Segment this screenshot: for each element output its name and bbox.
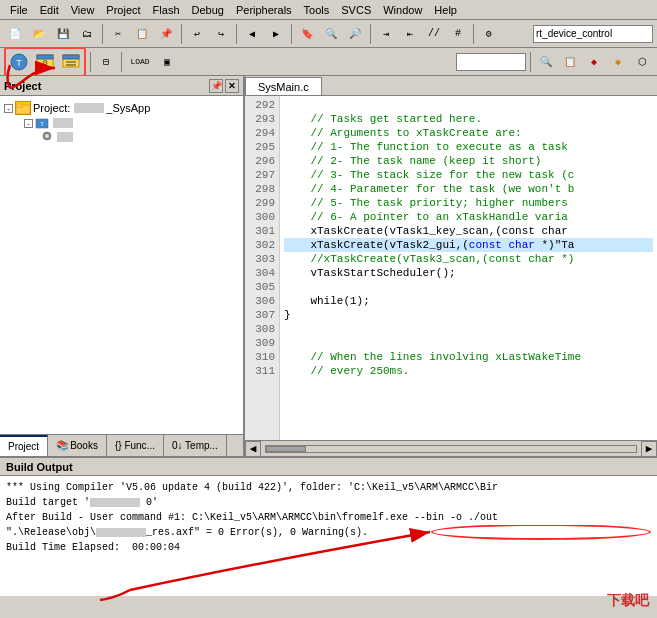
build-output-title: Build Output <box>6 461 73 473</box>
panel-pin-btn[interactable]: 📌 <box>209 79 223 93</box>
horizontal-scrollbar[interactable]: ◀ ▶ <box>245 440 657 456</box>
tree-sub-item2[interactable] <box>40 130 239 144</box>
cut-btn[interactable]: ✂ <box>107 23 129 45</box>
menu-file[interactable]: File <box>4 2 34 18</box>
code-line-307: } <box>284 308 653 322</box>
svg-rect-10 <box>16 104 22 107</box>
icon-btn-4[interactable]: ⊟ <box>95 51 117 73</box>
indent-btn[interactable]: ⇥ <box>375 23 397 45</box>
tab-func[interactable]: {} Func... <box>107 435 164 456</box>
panel-header: Project 📌 ✕ <box>0 76 243 96</box>
icon-btn-10[interactable]: ⬡ <box>631 51 653 73</box>
search-input[interactable] <box>533 25 653 43</box>
icon-btn-1[interactable]: T <box>7 50 31 74</box>
svg-text:⚙: ⚙ <box>42 59 48 66</box>
nav-fwd-btn[interactable]: ▶ <box>265 23 287 45</box>
panel-title: Project <box>4 80 41 92</box>
scroll-right-btn[interactable]: ▶ <box>641 441 657 457</box>
line-num: 303 <box>245 252 275 266</box>
build-line-1: Build target ' 0' <box>6 495 651 510</box>
build-content: *** Using Compiler 'V5.06 update 4 (buil… <box>0 476 657 598</box>
sep2 <box>181 24 182 44</box>
paste-btn[interactable]: 📌 <box>155 23 177 45</box>
copy-btn[interactable]: 📋 <box>131 23 153 45</box>
menu-edit[interactable]: Edit <box>34 2 65 18</box>
icon-btn-2[interactable]: ⚙ <box>33 50 57 74</box>
panel-close-btn[interactable]: ✕ <box>225 79 239 93</box>
redo-btn[interactable]: ↪ <box>210 23 232 45</box>
svg-text:T: T <box>16 58 22 68</box>
code-content[interactable]: 292 293 294 295 296 297 298 299 300 301 … <box>245 96 657 440</box>
icon-btn-6[interactable]: 🔍 <box>535 51 557 73</box>
save-btn[interactable]: 💾 <box>52 23 74 45</box>
svg-text:T: T <box>40 121 44 127</box>
undo-btn[interactable]: ↩ <box>186 23 208 45</box>
menu-bar: File Edit View Project Flash Debug Perip… <box>0 0 657 20</box>
comment-btn[interactable]: // <box>423 23 445 45</box>
line-num: 298 <box>245 182 275 196</box>
tree-root[interactable]: - Project: _SysApp <box>4 100 239 116</box>
sep-t2-1 <box>90 52 91 72</box>
tree-expand-root[interactable]: - <box>4 104 13 113</box>
tab-temp-label: 0↓ Temp... <box>172 440 218 451</box>
sep1 <box>102 24 103 44</box>
code-line-302: xTaskCreate(vTask2_gui,(const char *)"Ta <box>284 238 653 252</box>
menu-debug[interactable]: Debug <box>186 2 230 18</box>
scroll-track[interactable] <box>265 445 637 453</box>
new-file-btn[interactable]: 📄 <box>4 23 26 45</box>
load-btn[interactable]: LOAD <box>126 51 154 73</box>
code-text[interactable]: // Tasks get started here. // Arguments … <box>280 96 657 440</box>
icon-btn-9[interactable]: ◆ <box>607 51 629 73</box>
menu-tools[interactable]: Tools <box>298 2 336 18</box>
code-line-306: while(1); <box>284 294 653 308</box>
line-num: 311 <box>245 364 275 378</box>
tab-books[interactable]: 📚 Books <box>48 435 107 456</box>
line-num: 310 <box>245 350 275 364</box>
target-icon: T <box>35 117 49 129</box>
find-btn[interactable]: 🔍 <box>320 23 342 45</box>
bookmark-btn[interactable]: 🔖 <box>296 23 318 45</box>
code-line-310: // When the lines involving xLastWakeTim… <box>284 350 653 364</box>
build-btn[interactable]: ⚙ <box>478 23 500 45</box>
project-name: _SysApp <box>106 102 150 114</box>
line-num: 295 <box>245 140 275 154</box>
icon-btn-3[interactable] <box>59 50 83 74</box>
menu-peripherals[interactable]: Peripherals <box>230 2 298 18</box>
menu-svcs[interactable]: SVCS <box>335 2 377 18</box>
tab-project-label: Project <box>8 441 39 452</box>
editor-tab-sysmain[interactable]: SysMain.c <box>245 77 322 95</box>
main-area: Project 📌 ✕ - Project: _SysApp <box>0 76 657 456</box>
code-line-308 <box>284 322 653 336</box>
menu-project[interactable]: Project <box>100 2 146 18</box>
build-line-4: Build Time Elapsed: 00:00:04 <box>6 540 651 555</box>
tab-temp[interactable]: 0↓ Temp... <box>164 435 227 456</box>
menu-flash[interactable]: Flash <box>147 2 186 18</box>
line-num: 292 <box>245 98 275 112</box>
line-num: 304 <box>245 266 275 280</box>
menu-view[interactable]: View <box>65 2 101 18</box>
tree-sub-item[interactable]: - T <box>24 116 239 130</box>
build-line-3: ".\Release\obj\_res.axf" = 0 Error(s), 0… <box>6 525 651 540</box>
open-btn[interactable]: 📂 <box>28 23 50 45</box>
code-line-298: // 4- Parameter for the task (we won't b <box>284 182 653 196</box>
tree-expand-sub[interactable]: - <box>24 119 33 128</box>
icon-btn-7[interactable]: 📋 <box>559 51 581 73</box>
svg-point-14 <box>45 134 49 138</box>
line-num: 305 <box>245 280 275 294</box>
outdent-btn[interactable]: ⇤ <box>399 23 421 45</box>
code-line-301: xTaskCreate(vTask1_key_scan,(const char <box>284 224 653 238</box>
icon-btn-8[interactable]: ◆ <box>583 51 605 73</box>
line-num: 307 <box>245 308 275 322</box>
tab-project[interactable]: Project <box>0 435 48 456</box>
panel-header-buttons: 📌 ✕ <box>209 79 239 93</box>
menu-help[interactable]: Help <box>428 2 463 18</box>
save-all-btn[interactable]: 🗂 <box>76 23 98 45</box>
menu-window[interactable]: Window <box>377 2 428 18</box>
icon-btn-5[interactable]: ▣ <box>156 51 178 73</box>
toolbar2-input[interactable] <box>456 53 526 71</box>
uncomment-btn[interactable]: # <box>447 23 469 45</box>
tree-folder-icon <box>15 101 31 115</box>
find2-btn[interactable]: 🔎 <box>344 23 366 45</box>
nav-back-btn[interactable]: ◀ <box>241 23 263 45</box>
scroll-left-btn[interactable]: ◀ <box>245 441 261 457</box>
